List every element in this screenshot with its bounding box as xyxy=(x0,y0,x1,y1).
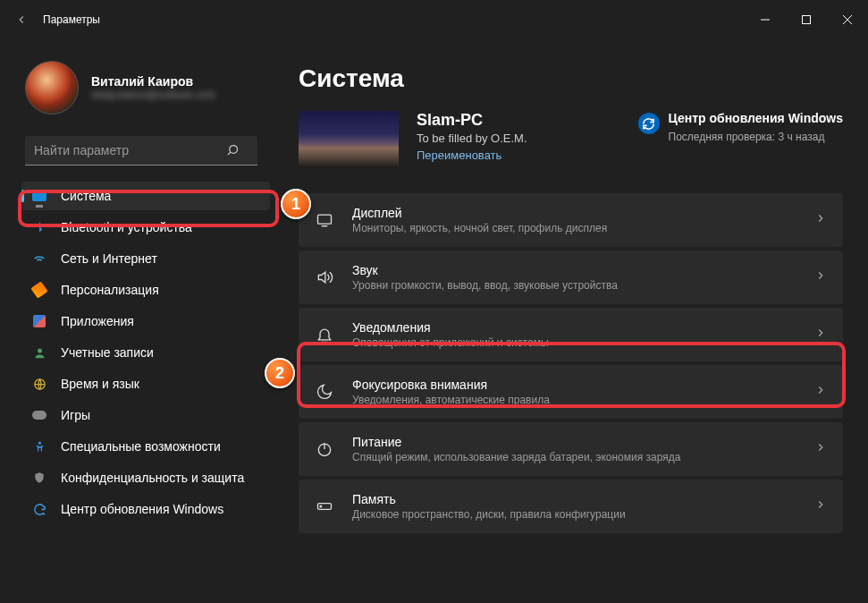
minimize-button[interactable] xyxy=(745,5,786,34)
maximize-button[interactable] xyxy=(786,5,827,34)
svg-rect-1 xyxy=(803,16,811,24)
pc-info-row: Slam-PC To be filled by O.E.M. Переимено… xyxy=(299,111,843,168)
sidebar-item-privacy[interactable]: Конфиденциальность и защита xyxy=(21,463,270,492)
apps-icon xyxy=(32,314,46,328)
profile-block[interactable]: Виталий Каиров vitaly.kairov@outlook.com xyxy=(21,39,270,131)
person-icon xyxy=(32,345,46,360)
sync-icon xyxy=(32,502,46,516)
globe-icon xyxy=(32,377,46,391)
setting-title: Память xyxy=(352,492,796,506)
sidebar-item-accessibility[interactable]: Специальные возможности xyxy=(21,432,270,461)
rename-link[interactable]: Переименовать xyxy=(417,149,527,162)
svg-point-4 xyxy=(230,146,238,154)
svg-point-14 xyxy=(320,505,322,507)
setting-title: Звук xyxy=(352,263,796,277)
setting-title: Питание xyxy=(352,435,796,449)
chevron-right-icon xyxy=(814,384,827,400)
sidebar-item-label: Bluetooth и устройства xyxy=(61,220,192,234)
svg-line-5 xyxy=(228,152,231,155)
content-pane: Система Slam-PC To be filled by O.E.M. П… xyxy=(277,39,868,603)
chevron-right-icon xyxy=(814,269,827,285)
chevron-right-icon xyxy=(814,327,827,343)
chevron-right-icon xyxy=(814,441,827,457)
sidebar-item-system[interactable]: Система xyxy=(21,182,270,210)
avatar xyxy=(25,61,79,115)
setting-title: Фокусировка внимания xyxy=(352,378,796,392)
svg-point-6 xyxy=(38,348,42,352)
sidebar-nav: Система Bluetooth и устройства Сеть и Ин… xyxy=(21,182,270,523)
titlebar: Параметры xyxy=(0,0,868,39)
setting-sub: Уровни громкости, вывод, ввод, звуковые … xyxy=(352,279,796,292)
sidebar-item-apps[interactable]: Приложения xyxy=(21,307,270,335)
profile-email: vitaly.kairov@outlook.com xyxy=(91,89,215,101)
window-title: Параметры xyxy=(43,13,100,26)
back-arrow-icon[interactable] xyxy=(14,13,29,27)
windows-update-summary[interactable]: Центр обновления Windows Последняя прове… xyxy=(638,111,844,143)
chevron-right-icon xyxy=(814,498,827,514)
window-controls xyxy=(745,5,868,34)
sidebar-item-label: Учетные записи xyxy=(61,345,154,360)
sidebar-item-label: Персонализация xyxy=(61,283,159,297)
sidebar-item-label: Центр обновления Windows xyxy=(61,502,223,516)
sidebar-item-windows-update[interactable]: Центр обновления Windows xyxy=(21,495,270,523)
pc-name: Slam-PC xyxy=(417,111,527,130)
chevron-right-icon xyxy=(814,212,827,228)
setting-sub: Уведомления, автоматические правила xyxy=(352,394,796,406)
pc-oem: To be filled by O.E.M. xyxy=(417,132,527,145)
sidebar-item-bluetooth[interactable]: Bluetooth и устройства xyxy=(21,213,270,242)
desktop-thumbnail[interactable] xyxy=(299,111,399,168)
profile-name: Виталий Каиров xyxy=(91,74,215,89)
setting-row-power[interactable]: Питание Спящий режим, использование заря… xyxy=(299,422,843,476)
update-sync-icon xyxy=(638,113,660,134)
sidebar-item-label: Игры xyxy=(61,408,90,422)
sidebar-item-label: Сеть и Интернет xyxy=(61,251,157,266)
sidebar-item-label: Система xyxy=(61,189,111,203)
page-title: Система xyxy=(299,64,843,93)
settings-list: Дисплей Мониторы, яркость, ночной свет, … xyxy=(299,193,843,533)
display-icon xyxy=(32,189,46,203)
setting-row-storage[interactable]: Память Дисковое пространство, диски, пра… xyxy=(299,480,843,533)
update-sub: Последняя проверка: 3 ч назад xyxy=(669,131,844,143)
search-wrap xyxy=(25,136,266,166)
bluetooth-icon xyxy=(32,220,46,234)
moon-icon xyxy=(315,382,334,402)
setting-title: Дисплей xyxy=(352,206,796,220)
callout-badge-1: 1 xyxy=(281,189,311,219)
sidebar-item-network[interactable]: Сеть и Интернет xyxy=(21,244,270,273)
speaker-icon xyxy=(315,268,334,287)
setting-sub: Оповещения от приложений и системы xyxy=(352,336,796,349)
setting-sub: Дисковое пространство, диски, правила ко… xyxy=(352,508,796,521)
setting-row-focus[interactable]: Фокусировка внимания Уведомления, автома… xyxy=(299,365,843,419)
setting-sub: Мониторы, яркость, ночной свет, профиль … xyxy=(352,222,796,234)
search-input[interactable] xyxy=(25,136,257,166)
setting-sub: Спящий режим, использование заряда батар… xyxy=(352,451,796,463)
sidebar-item-label: Время и язык xyxy=(61,377,139,391)
wifi-icon xyxy=(32,251,46,266)
close-button[interactable] xyxy=(827,5,868,34)
accessibility-icon xyxy=(32,439,46,454)
sidebar-item-accounts[interactable]: Учетные записи xyxy=(21,338,270,367)
svg-point-8 xyxy=(38,441,40,444)
gamepad-icon xyxy=(32,408,46,422)
setting-row-sound[interactable]: Звук Уровни громкости, вывод, ввод, звук… xyxy=(299,251,843,304)
sidebar-item-personalization[interactable]: Персонализация xyxy=(21,276,270,304)
svg-rect-9 xyxy=(318,215,332,224)
sidebar: Виталий Каиров vitaly.kairov@outlook.com… xyxy=(0,39,277,603)
sidebar-item-label: Приложения xyxy=(61,314,134,328)
setting-row-display[interactable]: Дисплей Мониторы, яркость, ночной свет, … xyxy=(299,193,843,247)
callout-badge-2: 2 xyxy=(265,358,295,388)
setting-row-notifications[interactable]: Уведомления Оповещения от приложений и с… xyxy=(299,308,843,361)
update-title: Центр обновления Windows xyxy=(669,111,844,127)
setting-title: Уведомления xyxy=(352,320,796,335)
sidebar-item-time[interactable]: Время и язык xyxy=(21,369,270,398)
shield-icon xyxy=(32,471,46,485)
search-icon xyxy=(226,143,240,160)
brush-icon xyxy=(32,283,46,297)
storage-icon xyxy=(315,497,334,516)
monitor-icon xyxy=(315,210,334,230)
sidebar-item-gaming[interactable]: Игры xyxy=(21,401,270,429)
sidebar-item-label: Конфиденциальность и защита xyxy=(61,471,244,485)
bell-icon xyxy=(315,325,334,344)
sidebar-item-label: Специальные возможности xyxy=(61,439,221,454)
power-icon xyxy=(315,439,334,459)
